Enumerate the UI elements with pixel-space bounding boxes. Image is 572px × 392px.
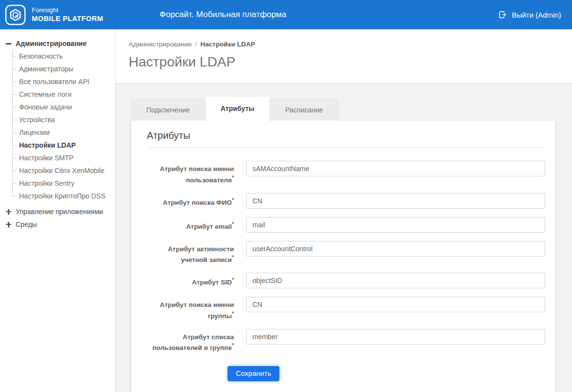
- required-marker: *: [232, 174, 234, 180]
- form-row: Атрибут поиска ФИО*: [147, 193, 545, 209]
- sidebar-item-smtp-settings[interactable]: Настройки SMTP: [12, 152, 115, 164]
- account-activity-attr-input[interactable]: [246, 241, 545, 257]
- sidebar-section-label: Управление приложениями: [16, 208, 103, 216]
- username-attr-label: Атрибут поиска имени пользователя*: [147, 161, 234, 185]
- sidebar-item-security[interactable]: Безопасность: [12, 50, 115, 63]
- brand-text: Foresight MOBILE PLATFORM: [32, 6, 103, 23]
- sidebar-item-sentry-settings[interactable]: Настройки Sentry: [12, 177, 115, 190]
- required-marker: *: [232, 197, 234, 203]
- app-title: Форсайт. Мобильная платформа: [160, 10, 286, 20]
- breadcrumb-ldap-settings: Настройки LDAP: [201, 41, 255, 48]
- top-header: Foresight MOBILE PLATFORM Форсайт. Мобил…: [0, 0, 572, 29]
- breadcrumb-administration[interactable]: Администрирование: [129, 41, 192, 48]
- required-marker: *: [232, 277, 234, 283]
- logout-icon: [498, 10, 507, 20]
- group-name-attr-input[interactable]: [246, 297, 545, 312]
- save-button[interactable]: Сохранить: [228, 366, 279, 381]
- tab-connection[interactable]: Подключение: [131, 99, 205, 121]
- group-name-attr-label: Атрибут поиска имени группы*: [147, 297, 234, 321]
- expand-plus-icon[interactable]: [6, 222, 11, 227]
- attributes-card: Атрибуты Атрибут поиска имени пользовате…: [131, 121, 555, 392]
- sidebar-item-devices[interactable]: Устройства: [12, 113, 115, 126]
- sidebar-section-app-management[interactable]: Управление приложениями: [0, 205, 115, 218]
- sidebar-item-licenses[interactable]: Лицензии: [12, 126, 115, 139]
- sidebar-section-environments[interactable]: Среды: [0, 218, 115, 231]
- sidebar-item-citrix-settings[interactable]: Настройки Citrix XenMobile: [12, 164, 115, 177]
- collapse-minus-icon[interactable]: [6, 41, 11, 46]
- email-attr-label: Атрибут email*: [147, 217, 234, 231]
- form-row: Атрибут активности учетной записи*: [147, 241, 545, 265]
- page-head: Администрирование / Настройки LDAP Настр…: [115, 29, 572, 84]
- section-title: Атрибуты: [147, 130, 545, 148]
- sid-attr-label: Атрибут SID*: [147, 273, 234, 287]
- sidebar-item-background-tasks[interactable]: Фоновые задачи: [12, 101, 115, 113]
- account-activity-attr-label: Атрибут активности учетной записи*: [147, 241, 234, 265]
- form-row: Атрибут списка пользователей в группе*: [147, 329, 545, 353]
- form-row: Атрибут поиска имени пользователя*: [147, 161, 545, 185]
- brand-name: Foresight: [32, 6, 103, 14]
- sidebar-children: Безопасность Администраторы Все пользова…: [12, 50, 115, 202]
- expand-plus-icon[interactable]: [6, 209, 11, 215]
- breadcrumb-separator: /: [195, 41, 197, 48]
- sidebar-item-api-users[interactable]: Все пользователи API: [12, 75, 115, 88]
- email-attr-input[interactable]: [246, 217, 545, 233]
- username-attr-input[interactable]: [246, 161, 545, 176]
- required-marker: *: [232, 221, 234, 227]
- group-members-attr-label: Атрибут списка пользователей в группе*: [147, 329, 234, 353]
- form-row: Атрибут email*: [147, 217, 545, 233]
- sidebar-item-cryptopro-settings[interactable]: Настройки КриптоПро DSS: [12, 190, 115, 202]
- form-row: Атрибут SID*: [147, 273, 545, 288]
- brand-product: MOBILE PLATFORM: [32, 14, 103, 23]
- logout-button[interactable]: Выйти (Admin): [498, 10, 561, 20]
- group-members-attr-input[interactable]: [246, 329, 545, 345]
- fullname-attr-label: Атрибут поиска ФИО*: [147, 193, 234, 207]
- tab-attributes[interactable]: Атрибуты: [206, 97, 269, 121]
- tab-strip: Подключение Атрибуты Расписание: [131, 97, 572, 121]
- required-marker: *: [232, 310, 234, 316]
- required-marker: *: [232, 254, 234, 260]
- foresight-logo-icon: [5, 4, 26, 25]
- tab-schedule[interactable]: Расписание: [270, 99, 338, 121]
- main-content: Администрирование / Настройки LDAP Настр…: [115, 29, 572, 392]
- sidebar-section-label: Администрирование: [16, 40, 87, 47]
- fullname-attr-input[interactable]: [246, 193, 545, 209]
- logout-label: Выйти (Admin): [512, 11, 561, 19]
- sidebar-item-system-logs[interactable]: Системные логи: [12, 88, 115, 101]
- sidebar-nav: Администрирование Безопасность Администр…: [0, 29, 115, 392]
- form-row: Атрибут поиска имени группы*: [147, 297, 545, 321]
- sidebar-section-administration[interactable]: Администрирование: [0, 37, 115, 50]
- required-marker: *: [232, 342, 234, 348]
- brand-logo[interactable]: Foresight MOBILE PLATFORM: [5, 4, 103, 25]
- sidebar-section-label: Среды: [16, 220, 37, 228]
- breadcrumb: Администрирование / Настройки LDAP: [129, 41, 572, 48]
- sidebar-item-administrators[interactable]: Администраторы: [12, 63, 115, 75]
- sidebar-item-ldap-settings[interactable]: Настройки LDAP: [12, 139, 115, 152]
- sid-attr-input[interactable]: [246, 273, 545, 288]
- page-title: Настройки LDAP: [129, 54, 572, 70]
